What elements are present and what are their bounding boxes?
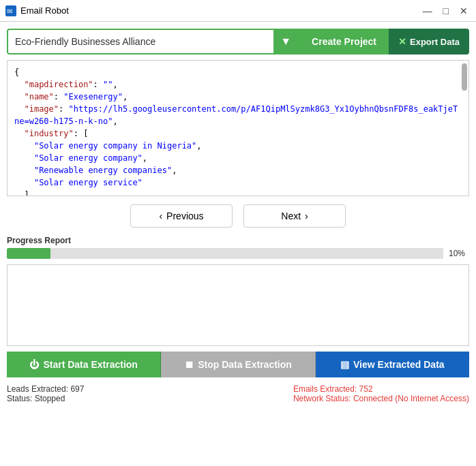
action-row: ⏻ Start Data Extraction ⏹ Stop Data Extr…: [7, 352, 469, 377]
status-stopped: Status: Stopped: [7, 394, 84, 403]
stop-label: Stop Data Extraction: [198, 359, 292, 370]
json-panel[interactable]: { "mapdirection": "", "name": "Exesenerg…: [7, 60, 469, 196]
log-panel[interactable]: [7, 264, 469, 346]
project-dropdown[interactable]: Eco-Friendly Businesses Alliance ▼: [7, 29, 299, 55]
export-label: Export Data: [410, 37, 460, 47]
svg-text:✉: ✉: [7, 7, 12, 15]
navigation-row: ‹ Previous Next ›: [7, 204, 469, 228]
main-content: Eco-Friendly Businesses Alliance ▼ Creat…: [0, 22, 476, 466]
next-label: Next: [281, 211, 301, 221]
scrollbar-thumb[interactable]: [462, 63, 467, 91]
progress-bar-background: [7, 248, 443, 259]
status-left: Leads Extracted: 697 Status: Stopped: [7, 384, 84, 403]
progress-bar-fill: [7, 248, 50, 259]
network-status: Network Status: Connected (No Internet A…: [293, 394, 469, 403]
start-extraction-button[interactable]: ⏻ Start Data Extraction: [7, 352, 161, 377]
progress-label: Progress Report: [7, 236, 469, 245]
chevron-right-icon: ›: [305, 211, 308, 221]
previous-button[interactable]: ‹ Previous: [130, 204, 233, 228]
power-icon: ⏻: [29, 359, 39, 370]
maximize-button[interactable]: □: [441, 5, 451, 16]
progress-percent: 10%: [449, 249, 469, 258]
start-label: Start Data Extraction: [43, 359, 137, 370]
dropdown-arrow-button[interactable]: ▼: [273, 30, 298, 53]
window-controls: — □ ✕: [420, 5, 471, 16]
view-label: View Extracted Data: [353, 359, 445, 370]
stop-extraction-button: ⏹ Stop Data Extraction: [161, 352, 315, 377]
top-bar: Eco-Friendly Businesses Alliance ▼ Creat…: [7, 29, 469, 55]
emails-extracted: Emails Extracted: 752: [293, 384, 469, 394]
next-button[interactable]: Next ›: [243, 204, 346, 228]
previous-label: Previous: [166, 211, 203, 221]
json-content: { "mapdirection": "", "name": "Exesenerg…: [14, 66, 462, 196]
database-icon: ▤: [340, 359, 349, 370]
close-button[interactable]: ✕: [457, 5, 471, 16]
project-name-label: Eco-Friendly Businesses Alliance: [8, 36, 273, 47]
progress-row: 10%: [7, 248, 469, 259]
excel-icon: ✕: [398, 36, 406, 47]
view-extracted-data-button[interactable]: ▤ View Extracted Data: [316, 352, 469, 377]
minimize-button[interactable]: —: [420, 5, 435, 16]
progress-section: Progress Report 10%: [7, 236, 469, 259]
title-bar: ✉ Email Robot — □ ✕: [0, 0, 476, 22]
export-data-button[interactable]: ✕ Export Data: [389, 29, 469, 55]
leads-extracted: Leads Extracted: 697: [7, 384, 84, 394]
chevron-down-icon: ▼: [280, 35, 291, 48]
chevron-left-icon: ‹: [159, 211, 162, 221]
status-bar: Leads Extracted: 697 Status: Stopped Ema…: [7, 383, 469, 405]
status-right: Emails Extracted: 752 Network Status: Co…: [293, 384, 469, 403]
app-icon: ✉: [5, 5, 16, 16]
stop-icon: ⏹: [184, 359, 194, 370]
window-title: Email Robot: [20, 5, 420, 16]
create-project-button[interactable]: Create Project: [299, 29, 389, 55]
